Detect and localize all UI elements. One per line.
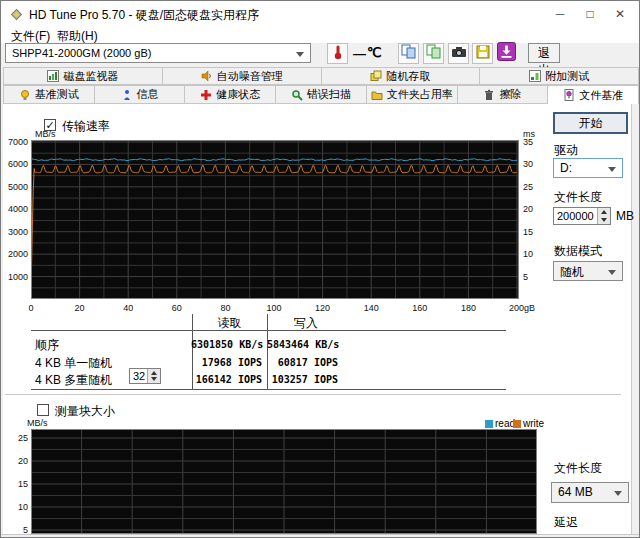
tab-file-benchmark[interactable]: 文件基准 [548, 85, 639, 104]
axis-tick: 80 [211, 303, 239, 313]
tab-extra-tests[interactable]: 附加测试 [480, 67, 639, 85]
axis-tick: 0 [17, 303, 45, 313]
axis-tick: 3000 [1, 227, 28, 237]
tab-label: 健康状态 [216, 87, 260, 102]
drive-label: 驱动 [554, 142, 578, 159]
axis-tick: 20 [66, 303, 94, 313]
axis-tick: 10 [523, 249, 533, 259]
axis-tick: 30 [523, 159, 533, 169]
drive-select[interactable]: D: [553, 158, 623, 178]
close-button[interactable]: ✕ [605, 1, 635, 27]
tab-label: 信息 [137, 87, 159, 102]
drive-combobox[interactable]: SHPP41-2000GM (2000 gB) [5, 43, 311, 63]
row-4k-single-read: 17968 IOPS [191, 357, 262, 368]
tab-label: 基准测试 [35, 87, 79, 102]
erase-icon [483, 89, 495, 101]
tab-row-1: 磁盘监视器自动噪音管理随机存取附加测试 [3, 67, 639, 85]
tab-label: 文件基准 [579, 88, 623, 103]
axis-tick: 4000 [1, 204, 28, 214]
axis-tick: 35 [523, 137, 533, 147]
copy-text-button[interactable] [398, 43, 419, 64]
block-size-label: 测量块大小 [55, 403, 115, 420]
table-bottom-rule [31, 389, 506, 390]
axis-tick: 100 [260, 303, 288, 313]
chevron-down-icon [614, 491, 622, 496]
axis-tick: 15 [3, 479, 28, 489]
chevron-down-icon [608, 167, 616, 172]
tab-aam[interactable]: 自动噪音管理 [163, 67, 322, 85]
section-separator [5, 394, 621, 396]
row-4k-single-write: 60817 IOPS [267, 357, 338, 368]
legend-read-label: read [495, 418, 515, 429]
temperature-button[interactable] [327, 43, 348, 64]
file-benchmark-icon [563, 89, 575, 101]
axis-tick: 15 [523, 227, 533, 237]
row-4k-single-label: 4 KB 单一随机 [35, 355, 112, 372]
block-file-length-label: 文件长度 [554, 460, 602, 477]
file-length-value: 200000 [557, 210, 594, 222]
row-4k-multi-write: 103257 IOPS [267, 374, 338, 385]
row-sequential-label: 顺序 [35, 337, 59, 354]
tab-folder-usage[interactable]: 文件夹占用率 [367, 85, 458, 104]
tab-benchmark[interactable]: 基准测试 [3, 85, 95, 104]
thermometer-icon [331, 44, 345, 64]
toolbar: SHPP41-2000GM (2000 gB) — ℃ 退出 [1, 43, 639, 67]
minimize-button[interactable]: ─ [545, 1, 575, 27]
legend-write-swatch [513, 420, 521, 428]
block-size-checkbox[interactable] [37, 404, 49, 416]
block-size-chart [31, 429, 537, 534]
queue-depth-value: 32 [133, 370, 145, 382]
spinner-up-icon[interactable] [148, 369, 160, 376]
random-access-icon [370, 70, 382, 82]
exit-button[interactable]: 退出 [528, 43, 560, 63]
export-button[interactable] [496, 43, 517, 64]
temperature-unit: ℃ [367, 45, 382, 60]
spinner-down-icon[interactable] [148, 376, 160, 383]
chevron-down-icon [608, 270, 616, 275]
tab-info[interactable]: 信息 [95, 85, 186, 104]
file-length-unit: MB [616, 209, 634, 223]
tab-label: 磁盘监视器 [63, 69, 118, 84]
temperature-separator: — [353, 46, 366, 61]
block-file-length-value: 64 MB [558, 485, 593, 499]
data-mode-label: 数据模式 [554, 243, 602, 260]
transfer-rate-label: 传输速率 [62, 118, 110, 135]
row-4k-multi-label: 4 KB 多重随机 [35, 372, 112, 389]
save-yellow-icon [475, 44, 491, 64]
tab-label: 附加测试 [545, 69, 589, 84]
axis-tick: 160 [406, 303, 434, 313]
chart1-yleft-caption: MB/s [35, 129, 56, 139]
tab-health[interactable]: 健康状态 [185, 85, 276, 104]
spinner-up-icon[interactable] [598, 208, 610, 216]
disk-monitor-icon [47, 70, 59, 82]
tab-row-2: 基准测试信息健康状态错误扫描文件夹占用率擦除文件基准 [3, 85, 639, 104]
save-button[interactable] [472, 43, 493, 64]
block-file-length-select[interactable]: 64 MB [551, 482, 629, 503]
titlebar: HD Tune Pro 5.70 - 硬盘/固态硬盘实用程序 ─ □ ✕ [1, 1, 639, 27]
axis-tick: 25 [523, 182, 533, 192]
tab-erase[interactable]: 擦除 [458, 85, 549, 104]
data-mode-value: 随机 [560, 265, 584, 279]
axis-tick: 120 [309, 303, 337, 313]
file-length-spinner[interactable]: 200000 [553, 207, 611, 225]
folder-usage-icon [371, 89, 383, 101]
tab-error-scan[interactable]: 错误扫描 [276, 85, 367, 104]
screenshot-button[interactable] [448, 43, 469, 64]
app-icon [10, 7, 23, 25]
spinner-down-icon[interactable] [598, 216, 610, 224]
download-purple-icon [497, 42, 516, 65]
row-4k-multi-read: 166142 IOPS [191, 374, 262, 385]
axis-tick: 180 [454, 303, 482, 313]
start-button[interactable]: 开始 [553, 112, 628, 134]
tab-random-access[interactable]: 随机存取 [322, 67, 481, 85]
tab-disk-monitor[interactable]: 磁盘监视器 [3, 67, 163, 85]
data-mode-select[interactable]: 随机 [553, 261, 623, 281]
tab-label: 自动噪音管理 [217, 69, 283, 84]
queue-depth-spinner[interactable]: 32 [129, 368, 161, 384]
copy-image-button[interactable] [423, 43, 444, 64]
axis-tick: 6000 [1, 159, 28, 169]
col-header-write: 写入 [267, 315, 345, 332]
axis-tick: 140 [357, 303, 385, 313]
axis-tick: 200gB [497, 303, 535, 313]
maximize-button[interactable]: □ [575, 1, 605, 27]
